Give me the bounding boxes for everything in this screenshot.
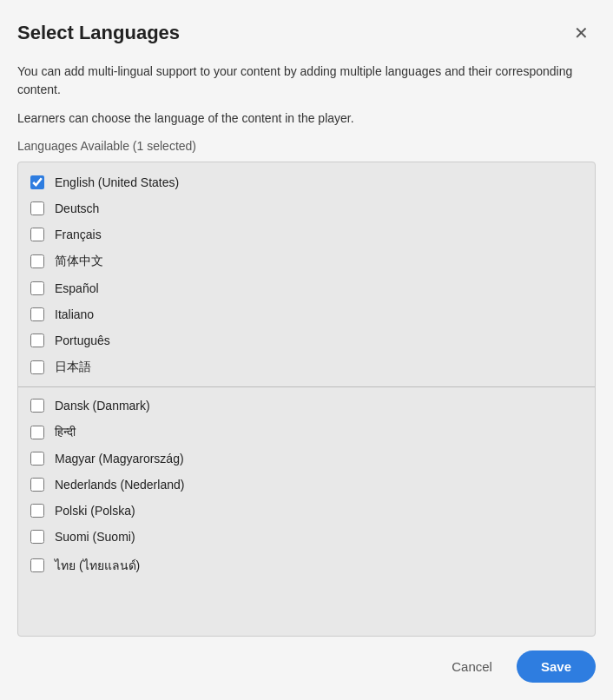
language-checkbox-hi[interactable] [30, 426, 44, 439]
dialog-title: Select Languages [17, 22, 180, 44]
language-item-hu[interactable]: Magyar (Magyarország) [18, 446, 595, 472]
language-label-it: Italiano [55, 307, 94, 321]
language-checkbox-de[interactable] [30, 201, 44, 215]
save-button[interactable]: Save [517, 650, 596, 683]
language-item-pl[interactable]: Polski (Polska) [18, 498, 595, 524]
language-checkbox-en-us[interactable] [30, 175, 44, 189]
language-checkbox-ja[interactable] [30, 360, 44, 374]
language-item-fr[interactable]: Français [18, 221, 595, 248]
language-label-en-us: English (United States) [55, 175, 179, 189]
cancel-button[interactable]: Cancel [438, 652, 506, 681]
language-checkbox-it[interactable] [30, 307, 44, 321]
language-item-zh[interactable]: 简体中文 [18, 248, 595, 275]
learners-note: Learners can choose the language of the … [17, 111, 596, 125]
language-item-hi[interactable]: हिन्दी [18, 419, 595, 446]
dialog-header: Select Languages ✕ [17, 21, 596, 45]
language-item-es[interactable]: Español [18, 275, 595, 301]
language-checkbox-pt[interactable] [30, 333, 44, 347]
language-label-nl: Nederlands (Nederland) [55, 478, 184, 492]
language-label-ja: 日本語 [55, 360, 91, 375]
language-item-da[interactable]: Dansk (Danmark) [18, 393, 595, 419]
description-text: You can add multi-lingual support to you… [17, 63, 596, 99]
language-group-divider [18, 386, 595, 387]
language-item-pt[interactable]: Português [18, 327, 595, 353]
select-languages-dialog: Select Languages ✕ You can add multi-lin… [0, 0, 613, 700]
language-item-en-us[interactable]: English (United States) [18, 169, 595, 195]
language-item-ja[interactable]: 日本語 [18, 353, 595, 381]
language-label-zh: 简体中文 [55, 254, 103, 269]
language-checkbox-pl[interactable] [30, 504, 44, 518]
close-button[interactable]: ✕ [567, 21, 596, 45]
language-label-pt: Português [55, 333, 110, 347]
language-label-th: ไทย (ไทยแลนด์) [55, 556, 140, 575]
language-item-de[interactable]: Deutsch [18, 195, 595, 221]
language-label-pl: Polski (Polska) [55, 504, 135, 518]
language-label-hi: हिन्दी [55, 425, 76, 439]
language-checkbox-es[interactable] [30, 281, 44, 295]
language-item-it[interactable]: Italiano [18, 301, 595, 327]
language-label-de: Deutsch [55, 201, 99, 215]
language-checkbox-fr[interactable] [30, 228, 44, 241]
section-label: Languages Available (1 selected) [17, 139, 596, 153]
language-checkbox-nl[interactable] [30, 478, 44, 492]
language-checkbox-hu[interactable] [30, 452, 44, 466]
language-label-hu: Magyar (Magyarország) [55, 452, 184, 466]
language-label-es: Español [55, 281, 99, 295]
language-checkbox-da[interactable] [30, 399, 44, 413]
language-checkbox-fi[interactable] [30, 530, 44, 544]
language-label-da: Dansk (Danmark) [55, 399, 150, 413]
language-label-fi: Suomi (Suomi) [55, 530, 135, 544]
language-item-nl[interactable]: Nederlands (Nederland) [18, 472, 595, 498]
language-checkbox-th[interactable] [30, 558, 44, 572]
language-item-fi[interactable]: Suomi (Suomi) [18, 524, 595, 550]
language-label-fr: Français [55, 228, 102, 241]
language-list: English (United States)DeutschFrançais简体… [17, 162, 596, 637]
dialog-footer: Cancel Save [17, 637, 596, 683]
language-checkbox-zh[interactable] [30, 254, 44, 268]
language-item-th[interactable]: ไทย (ไทยแลนด์) [18, 550, 595, 581]
